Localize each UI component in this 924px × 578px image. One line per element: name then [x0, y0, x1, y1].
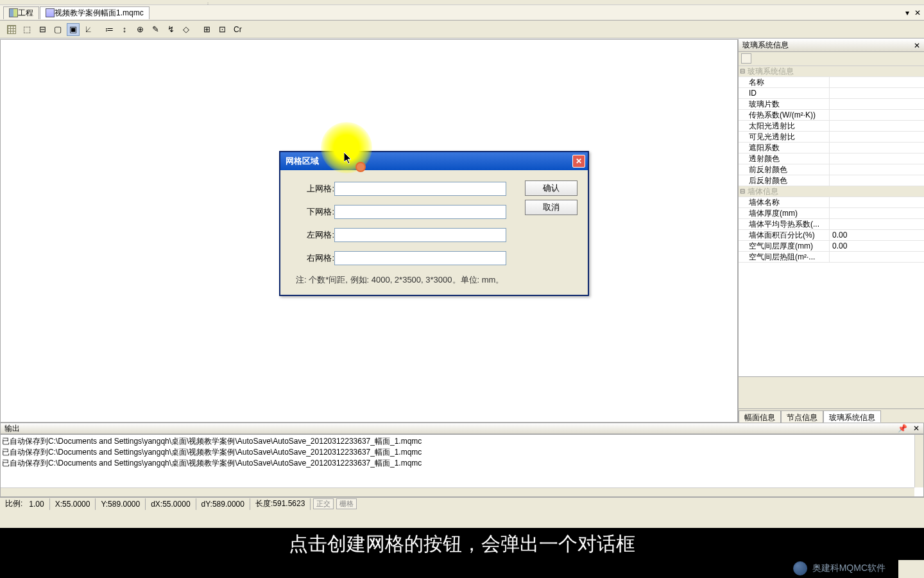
- menu-strip: ⋮: [0, 0, 924, 5]
- panel-tabs: 幅面信息 节点信息 玻璃系统信息: [739, 408, 924, 423]
- prop-value[interactable]: [830, 208, 924, 218]
- prop-label: 墙体名称: [739, 197, 830, 207]
- prop-row[interactable]: 太阳光透射比: [739, 121, 924, 132]
- prop-label: ID: [739, 88, 830, 98]
- prop-row[interactable]: 可见光透射比: [739, 132, 924, 143]
- left-grid-input[interactable]: [334, 228, 506, 242]
- output-scrollbar-x[interactable]: [1, 487, 914, 496]
- output-scrollbar-y[interactable]: [914, 435, 923, 487]
- collapse-icon[interactable]: ⊟: [739, 66, 746, 76]
- document-icon: [46, 8, 55, 17]
- bottom-grid-input[interactable]: [334, 205, 506, 219]
- prop-row[interactable]: 名称: [739, 77, 924, 88]
- prop-value[interactable]: [830, 121, 924, 131]
- prop-row[interactable]: ID: [739, 88, 924, 99]
- tb-tool-2[interactable]: ⬚: [21, 23, 33, 36]
- tb-tool-7[interactable]: ≔: [103, 23, 116, 36]
- prop-row[interactable]: 空气间层热阻(m²·...: [739, 252, 924, 263]
- collapse-icon[interactable]: ⊟: [739, 186, 746, 197]
- prop-label: 透射颜色: [739, 153, 830, 164]
- output-line: 已自动保存到C:\Documents and Settings\yangqh\桌…: [2, 436, 922, 447]
- tb-tool-13[interactable]: ⊞: [200, 23, 213, 36]
- prop-label: 墙体平均导热系数(...: [739, 219, 830, 229]
- prop-value[interactable]: [830, 88, 924, 98]
- tb-tool-14[interactable]: ⊡: [216, 23, 228, 36]
- prop-row[interactable]: 墙体平均导热系数(...: [739, 219, 924, 230]
- output-close-icon[interactable]: ✕: [913, 424, 920, 433]
- tb-tool-10[interactable]: ✎: [149, 23, 162, 36]
- prop-label: 名称: [739, 77, 830, 87]
- status-ortho-button[interactable]: 正交: [313, 498, 334, 509]
- tb-grid-icon[interactable]: [5, 23, 18, 36]
- prop-label: 传热系数(W/(m²·K)): [739, 110, 830, 120]
- panel-categorize-icon[interactable]: [741, 53, 751, 64]
- prop-label: 遮阳系数: [739, 143, 830, 153]
- prop-value[interactable]: [830, 175, 924, 186]
- prop-row[interactable]: 墙体面积百分比(%)0.00: [739, 230, 924, 241]
- tb-cr-label[interactable]: Cr: [231, 25, 244, 34]
- prop-value[interactable]: 0.00: [830, 230, 924, 240]
- prop-value[interactable]: [830, 132, 924, 142]
- tb-tool-11[interactable]: ↯: [164, 23, 177, 36]
- tb-tool-9[interactable]: ⊕: [133, 23, 146, 36]
- panel-close-icon[interactable]: ✕: [914, 41, 920, 50]
- ptab-glass-info[interactable]: 玻璃系统信息: [823, 410, 881, 423]
- tab-close-icon[interactable]: ✕: [914, 8, 921, 17]
- dialog-close-button[interactable]: ✕: [572, 155, 585, 168]
- tab-document[interactable]: 视频教学案例幅面1.mqmc: [40, 6, 150, 19]
- output-title: 输出: [4, 423, 20, 434]
- right-grid-label: 右网格:: [295, 252, 334, 264]
- prop-row[interactable]: 前反射颜色: [739, 164, 924, 175]
- prop-row[interactable]: 后反射颜色: [739, 175, 924, 186]
- dialog-note: 注: 个数*间距, 例如: 4000, 2*3500, 3*3000。单位: m…: [295, 274, 574, 286]
- ptab-node-info[interactable]: 节点信息: [781, 410, 823, 423]
- output-line: 已自动保存到C:\Documents and Settings\yangqh\桌…: [2, 458, 922, 469]
- tab-menu-icon[interactable]: ▾: [905, 8, 909, 17]
- prop-label: 空气间层热阻(m²·...: [739, 252, 830, 262]
- prop-row[interactable]: 空气间层厚度(mm)0.00: [739, 241, 924, 252]
- top-grid-label: 上网格:: [295, 183, 334, 195]
- prop-row[interactable]: 透射颜色: [739, 153, 924, 164]
- prop-row[interactable]: 遮阳系数: [739, 143, 924, 153]
- tb-tool-12[interactable]: ◇: [180, 23, 193, 36]
- tb-tool-4[interactable]: ▢: [51, 23, 64, 36]
- output-pin-icon[interactable]: 📌: [898, 424, 907, 433]
- tb-tool-8[interactable]: ↕: [118, 23, 131, 36]
- prop-value[interactable]: [830, 252, 924, 262]
- prop-value[interactable]: [830, 99, 924, 109]
- document-tabs: 工程 视频教学案例幅面1.mqmc ▾ ✕: [0, 5, 924, 21]
- prop-value[interactable]: [830, 153, 924, 164]
- top-grid-input[interactable]: [334, 182, 506, 196]
- prop-value[interactable]: [830, 219, 924, 229]
- prop-row[interactable]: 墙体名称: [739, 197, 924, 208]
- status-bar: 比例: 1.00 X:55.0000 Y:589.0000 dX:55.0000…: [0, 497, 924, 510]
- tb-tool-6[interactable]: ⟀: [82, 23, 95, 36]
- status-grid-button[interactable]: 栅格: [336, 498, 357, 509]
- prop-row[interactable]: 玻璃片数: [739, 99, 924, 110]
- status-scale: 比例: 1.00: [0, 498, 50, 510]
- subtitle: 点击创建网格的按钮，会弹出一个对话框: [0, 528, 924, 560]
- tb-tool-3[interactable]: ⊟: [36, 23, 49, 36]
- output-body[interactable]: 已自动保存到C:\Documents and Settings\yangqh\桌…: [0, 434, 924, 497]
- property-grid: ⊟ 玻璃系统信息 名称ID玻璃片数传热系数(W/(m²·K))太阳光透射比可见光…: [739, 66, 924, 376]
- watermark-logo-icon: [793, 561, 807, 575]
- prop-value[interactable]: [830, 110, 924, 120]
- prop-value[interactable]: [830, 77, 924, 87]
- ok-button[interactable]: 确认: [525, 180, 578, 196]
- tab-project[interactable]: 工程: [3, 6, 39, 19]
- prop-value[interactable]: [830, 197, 924, 207]
- prop-label: 墙体厚度(mm): [739, 208, 830, 218]
- prop-row[interactable]: 墙体厚度(mm): [739, 208, 924, 219]
- dialog-titlebar[interactable]: 网格区域 ✕: [280, 152, 588, 170]
- tb-tool-5[interactable]: ▣: [67, 23, 80, 36]
- prop-value[interactable]: 0.00: [830, 241, 924, 251]
- right-grid-input[interactable]: [334, 251, 506, 265]
- prop-value[interactable]: [830, 164, 924, 175]
- ptab-frame-info[interactable]: 幅面信息: [739, 410, 781, 423]
- prop-value[interactable]: [830, 143, 924, 153]
- cancel-button[interactable]: 取消: [525, 200, 578, 215]
- status-length: 长度:591.5623: [250, 498, 311, 510]
- prop-row[interactable]: 传热系数(W/(m²·K)): [739, 110, 924, 121]
- prop-group-wall[interactable]: ⊟ 墙体信息: [739, 186, 924, 197]
- prop-group-glass[interactable]: ⊟ 玻璃系统信息: [739, 66, 924, 77]
